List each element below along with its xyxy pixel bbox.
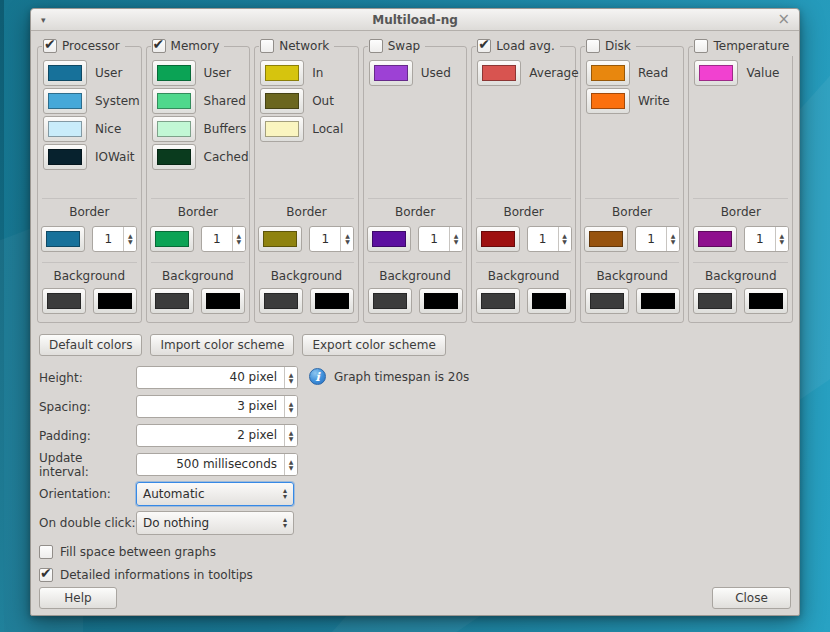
- setting-label: Height:: [39, 371, 136, 385]
- option-checkboxes: ✔ Fill space between graphs ✔ Detailed i…: [39, 544, 253, 590]
- border-row: 1 ▲▼: [363, 226, 468, 252]
- setting-spinner[interactable]: 40 pixel ▲▼: [136, 366, 298, 389]
- color-name-label: User: [204, 66, 231, 80]
- graph-enable-checkbox[interactable]: ✔: [43, 39, 57, 53]
- border-width-spinner[interactable]: 1 ▲▼: [527, 226, 572, 252]
- info-icon: i: [309, 368, 326, 385]
- graph-enable-checkbox[interactable]: ✔: [694, 39, 708, 53]
- option-checkbox-row[interactable]: ✔ Fill space between graphs: [39, 544, 253, 560]
- border-color-button[interactable]: [367, 226, 411, 252]
- color-swatch-button[interactable]: [43, 116, 87, 142]
- background-color2-button[interactable]: [201, 288, 245, 314]
- setting-row: Orientation: Automatic ▴▾: [39, 482, 329, 505]
- setting-spinner[interactable]: 500 milliseconds ▲▼: [136, 453, 298, 476]
- color-swatch-button[interactable]: [477, 60, 521, 86]
- color-row: Average: [477, 60, 574, 86]
- spinner-arrows[interactable]: ▲▼: [558, 227, 571, 251]
- setting-spinner[interactable]: 2 pixel ▲▼: [136, 424, 298, 447]
- background-color1-button[interactable]: [693, 288, 737, 314]
- info-message: i Graph timespan is 20s: [309, 368, 529, 385]
- color-swatch-button[interactable]: [260, 88, 304, 114]
- background-color1-button[interactable]: [585, 288, 629, 314]
- background-color2-button[interactable]: [419, 288, 463, 314]
- color-swatch-button[interactable]: [152, 144, 196, 170]
- background-color1-button[interactable]: [42, 288, 86, 314]
- border-color-button[interactable]: [693, 226, 737, 252]
- color-swatch-button[interactable]: [260, 60, 304, 86]
- spinner-arrows[interactable]: ▲▼: [284, 425, 297, 446]
- border-color-button[interactable]: [41, 226, 85, 252]
- background-color1-button[interactable]: [368, 288, 412, 314]
- graph-enable-checkbox[interactable]: ✔: [260, 39, 274, 53]
- color-swatch-button[interactable]: [694, 60, 738, 86]
- option-checkbox[interactable]: ✔: [39, 545, 53, 559]
- color-swatch-button[interactable]: [43, 88, 87, 114]
- color-row: Out: [260, 88, 357, 114]
- import-color-scheme-button[interactable]: Import color scheme: [150, 334, 294, 356]
- color-swatch-button[interactable]: [369, 60, 413, 86]
- background-color2-button[interactable]: [744, 288, 788, 314]
- spinner-arrows[interactable]: ▲▼: [232, 227, 245, 251]
- border-width-spinner[interactable]: 1 ▲▼: [201, 226, 246, 252]
- close-button[interactable]: Close: [712, 587, 791, 609]
- dropdown-value: Automatic: [143, 487, 283, 501]
- spinner-arrows[interactable]: ▲▼: [449, 227, 462, 251]
- setting-dropdown[interactable]: Automatic ▴▾: [136, 482, 294, 506]
- graph-enable-checkbox[interactable]: ✔: [586, 39, 600, 53]
- spinner-arrows[interactable]: ▲▼: [284, 396, 297, 417]
- border-width-spinner[interactable]: 1 ▲▼: [309, 226, 354, 252]
- graph-frame-processor: ✔ Processor User System Nice IOWait Bord…: [37, 36, 142, 323]
- spinner-arrows[interactable]: ▲▼: [775, 227, 788, 251]
- color-swatch-button[interactable]: [152, 116, 196, 142]
- separator: [368, 198, 463, 199]
- color-name-label: Read: [638, 66, 668, 80]
- titlebar[interactable]: ▾ Multiload-ng ×: [31, 9, 799, 31]
- color-swatch-button[interactable]: [586, 60, 630, 86]
- setting-value: 500 milliseconds: [137, 454, 284, 475]
- background-color2-button[interactable]: [310, 288, 354, 314]
- spinner-arrows[interactable]: ▲▼: [340, 227, 353, 251]
- border-color-button[interactable]: [258, 226, 302, 252]
- background-color2-button[interactable]: [527, 288, 571, 314]
- border-color-button[interactable]: [476, 226, 520, 252]
- graph-title: Processor: [62, 39, 120, 53]
- spinner-arrows[interactable]: ▲▼: [284, 367, 297, 388]
- background-color2-button[interactable]: [93, 288, 137, 314]
- graph-enable-checkbox[interactable]: ✔: [477, 39, 491, 53]
- border-width-spinner[interactable]: 1 ▲▼: [744, 226, 789, 252]
- graph-enable-checkbox[interactable]: ✔: [369, 39, 383, 53]
- color-swatch-button[interactable]: [586, 88, 630, 114]
- option-checkbox[interactable]: ✔: [39, 568, 53, 582]
- graph-columns: ✔ Processor User System Nice IOWait Bord…: [37, 36, 793, 323]
- color-row: Nice: [43, 116, 140, 142]
- separator: [42, 198, 137, 199]
- export-color-scheme-button[interactable]: Export color scheme: [302, 334, 445, 356]
- background-color1-button[interactable]: [150, 288, 194, 314]
- default-colors-button[interactable]: Default colors: [39, 334, 142, 356]
- help-button[interactable]: Help: [39, 587, 117, 609]
- setting-spinner[interactable]: 3 pixel ▲▼: [136, 395, 298, 418]
- color-swatch-button[interactable]: [43, 60, 87, 86]
- background-color1-button[interactable]: [259, 288, 303, 314]
- color-swatch-button[interactable]: [43, 144, 87, 170]
- graph-enable-checkbox[interactable]: ✔: [152, 39, 166, 53]
- background-color2-button[interactable]: [636, 288, 680, 314]
- setting-dropdown[interactable]: Do nothing ▴▾: [136, 511, 294, 535]
- separator: [693, 262, 788, 263]
- graph-title: Disk: [605, 39, 631, 53]
- border-width-spinner[interactable]: 1 ▲▼: [635, 226, 680, 252]
- color-swatch-button[interactable]: [152, 88, 196, 114]
- spinner-arrows[interactable]: ▲▼: [123, 227, 136, 251]
- background-color1-button[interactable]: [476, 288, 520, 314]
- color-swatch-button[interactable]: [260, 116, 304, 142]
- option-checkbox-row[interactable]: ✔ Detailed informations in tooltips: [39, 567, 253, 583]
- border-width-value: 1: [310, 227, 340, 251]
- spinner-arrows[interactable]: ▲▼: [284, 454, 297, 475]
- border-color-button[interactable]: [150, 226, 194, 252]
- window-close-icon[interactable]: ×: [777, 9, 790, 30]
- color-swatch-button[interactable]: [152, 60, 196, 86]
- border-width-spinner[interactable]: 1 ▲▼: [92, 226, 137, 252]
- spinner-arrows[interactable]: ▲▼: [666, 227, 679, 251]
- border-color-button[interactable]: [584, 226, 628, 252]
- border-width-spinner[interactable]: 1 ▲▼: [418, 226, 463, 252]
